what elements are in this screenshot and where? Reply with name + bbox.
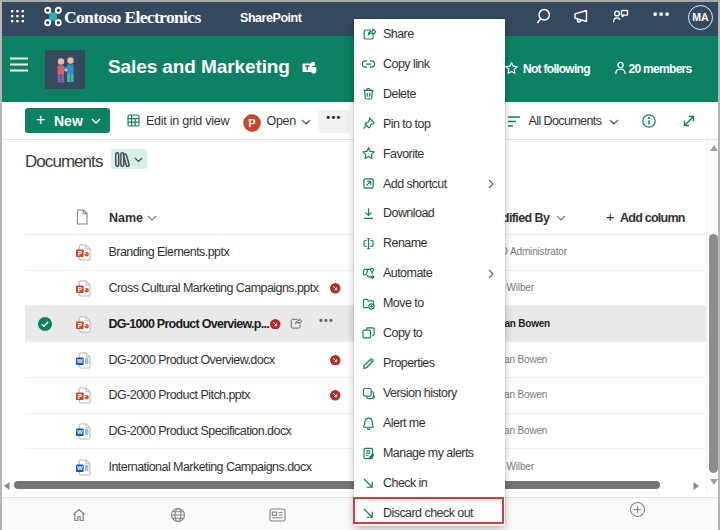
svg-text:W: W	[77, 465, 83, 471]
svg-text:P: P	[78, 286, 83, 293]
svg-text:W: W	[77, 429, 83, 435]
svg-text:P: P	[78, 321, 83, 328]
svg-text:P: P	[78, 250, 83, 257]
svg-text:P: P	[78, 393, 83, 400]
svg-text:W: W	[77, 358, 83, 364]
svg-text:P: P	[248, 117, 255, 129]
